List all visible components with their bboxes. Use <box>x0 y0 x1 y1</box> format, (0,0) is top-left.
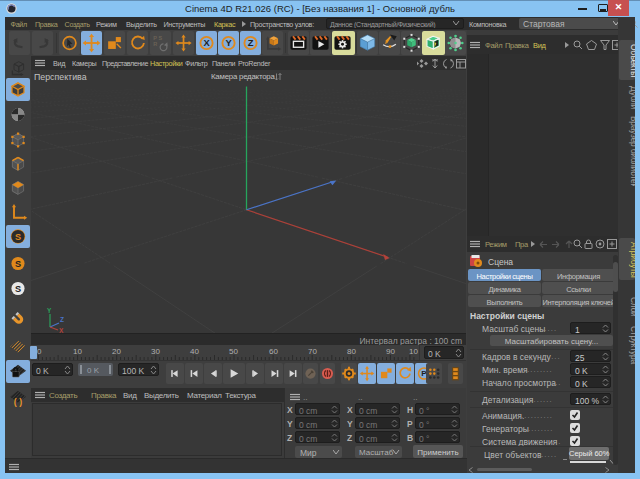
svg-text:( ): ( ) <box>14 397 22 407</box>
svg-text:R: R <box>153 41 157 47</box>
svg-text:Структура: Структура <box>629 326 636 364</box>
svg-text:Z: Z <box>60 316 64 323</box>
svg-text:S: S <box>15 259 21 269</box>
svg-text:Браузер библиотек: Браузер библиотек <box>629 116 636 186</box>
svg-text:Y: Y <box>225 38 232 48</box>
svg-text:Атрибуты: Атрибуты <box>629 242 636 278</box>
svg-text:Z: Z <box>248 38 254 48</box>
svg-text:S: S <box>15 232 21 242</box>
svg-text:P S: P S <box>153 35 162 41</box>
svg-text:X: X <box>203 38 210 48</box>
svg-text:S: S <box>15 284 21 294</box>
svg-text:Y: Y <box>47 308 52 314</box>
svg-text:Слои: Слои <box>629 297 636 317</box>
svg-text:Объекты: Объекты <box>629 44 636 77</box>
svg-text:Дубли: Дубли <box>629 86 636 110</box>
